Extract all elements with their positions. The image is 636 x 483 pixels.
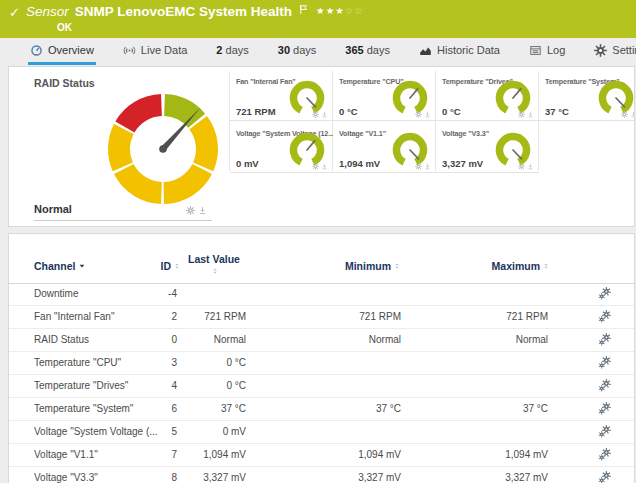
gauge-panel-2: Temperature "CPU"0 °C bbox=[333, 71, 436, 121]
cell-minimum: Normal bbox=[269, 334, 401, 345]
gauge-panel-5: Voltage "System Voltage (12...0 mV bbox=[230, 123, 333, 173]
gauge-collapse-icon[interactable] bbox=[198, 206, 207, 215]
gauge-actions bbox=[312, 111, 328, 118]
table-row: Temperature "System"637 °C37 °C37 °C bbox=[9, 398, 634, 421]
tab-label: Live Data bbox=[141, 44, 187, 56]
channel-settings-icon[interactable] bbox=[598, 425, 611, 438]
channel-settings-icon[interactable] bbox=[598, 356, 611, 369]
channel-settings-icon[interactable] bbox=[598, 310, 611, 323]
tab-30-days[interactable]: 30 days bbox=[276, 38, 319, 65]
gauge-value: 37 °C bbox=[545, 106, 569, 117]
gauge-settings-icon[interactable] bbox=[186, 206, 195, 215]
star-icon: ★ bbox=[326, 5, 336, 16]
gauge-panel-6: Voltage "V1.1"1,094 mV bbox=[333, 123, 436, 173]
tab-number: 365 bbox=[345, 44, 363, 56]
cell-last-value: 721 RPM bbox=[174, 311, 246, 322]
cell-last-value: 37 °C bbox=[174, 403, 246, 414]
sort-icon bbox=[211, 267, 219, 275]
cell-last-value: 0 °C bbox=[174, 380, 246, 391]
tab-label: Historic Data bbox=[437, 44, 500, 56]
gauge-collapse-icon[interactable] bbox=[527, 163, 534, 170]
priority-flag-icon[interactable] bbox=[298, 4, 309, 15]
table-row: Temperature "Drives"40 °C bbox=[9, 375, 634, 398]
table-row: Voltage "V1.1"71,094 mV1,094 mV1,094 mV bbox=[9, 444, 634, 467]
gauge-value: 721 RPM bbox=[236, 106, 276, 117]
tab-settings[interactable]: Settings bbox=[592, 38, 636, 65]
priority-stars[interactable]: ★★★☆☆ bbox=[316, 5, 364, 16]
gauge-panel-3: Temperature "Drives"0 °C bbox=[436, 71, 539, 121]
gauge-collapse-icon[interactable] bbox=[321, 163, 328, 170]
tab-historic-data[interactable]: Historic Data bbox=[417, 38, 502, 65]
gauge-collapse-icon[interactable] bbox=[527, 111, 534, 118]
gauge-value: 3,327 mV bbox=[442, 158, 483, 169]
tab-live-data[interactable]: Live Data bbox=[121, 38, 189, 65]
gauge-actions bbox=[415, 111, 431, 118]
gauge-settings-icon[interactable] bbox=[518, 111, 525, 118]
column-header-channel[interactable]: Channel bbox=[34, 260, 86, 272]
tab-number: 2 bbox=[216, 44, 222, 56]
table-row: Voltage "System Voltage (...50 mV bbox=[9, 421, 634, 444]
gauge-collapse-icon[interactable] bbox=[321, 111, 328, 118]
gauge-settings-icon[interactable] bbox=[518, 163, 525, 170]
cell-id: 6 bbox=[109, 403, 177, 414]
tab-label: days bbox=[226, 44, 249, 56]
table-row: Downtime-4 bbox=[9, 283, 634, 306]
column-header-id[interactable]: ID bbox=[109, 260, 181, 272]
gauge-collapse-icon[interactable] bbox=[424, 163, 431, 170]
cell-id: 5 bbox=[109, 426, 177, 437]
cell-maximum: 721 RPM bbox=[416, 311, 548, 322]
cell-id: -4 bbox=[109, 288, 177, 299]
channel-settings-icon[interactable] bbox=[598, 402, 611, 415]
cell-minimum: 1,094 mV bbox=[269, 449, 401, 460]
channel-settings-icon[interactable] bbox=[598, 471, 611, 483]
gauge-settings-icon[interactable] bbox=[312, 163, 319, 170]
tab-label: Overview bbox=[48, 44, 94, 56]
table-row: Voltage "V3.3"83,327 mV3,327 mV3,327 mV bbox=[9, 467, 634, 483]
gauge-settings-icon[interactable] bbox=[621, 111, 628, 118]
gauge-settings-icon[interactable] bbox=[312, 111, 319, 118]
gauge-settings-icon[interactable] bbox=[415, 111, 422, 118]
gauge-collapse-icon[interactable] bbox=[424, 111, 431, 118]
column-header-minimum[interactable]: Minimum bbox=[269, 260, 401, 272]
tab-log[interactable]: Log bbox=[527, 38, 567, 65]
table-rows: Downtime-4Fan "Internal Fan"2721 RPM721 … bbox=[9, 283, 634, 483]
gauge-panel-1: Fan "Internal Fan"721 RPM bbox=[230, 71, 333, 121]
tab-2-days[interactable]: 2 days bbox=[214, 38, 250, 65]
table-row: Temperature "CPU"30 °C bbox=[9, 352, 634, 375]
cell-last-value: 3,327 mV bbox=[174, 472, 246, 483]
tab-number: 30 bbox=[278, 44, 290, 56]
column-header-last-value[interactable]: Last Value bbox=[185, 253, 243, 277]
channel-settings-icon[interactable] bbox=[598, 287, 611, 300]
cell-id: 7 bbox=[109, 449, 177, 460]
cell-id: 4 bbox=[109, 380, 177, 391]
gauge-value: 0 °C bbox=[442, 106, 461, 117]
star-icon: ☆ bbox=[354, 5, 364, 16]
tab-label: days bbox=[293, 44, 316, 56]
tab-label: Log bbox=[547, 44, 565, 56]
table-row: Fan "Internal Fan"2721 RPM721 RPM721 RPM bbox=[9, 306, 634, 329]
sensor-header: ✓ SensorSNMP LenovoEMC System Health★★★☆… bbox=[0, 0, 636, 38]
channel-settings-icon[interactable] bbox=[598, 333, 611, 346]
channel-settings-icon[interactable] bbox=[598, 379, 611, 392]
tab-overview[interactable]: Overview bbox=[28, 38, 96, 65]
tab-365-days[interactable]: 365 days bbox=[343, 38, 392, 65]
sensor-titleline: SensorSNMP LenovoEMC System Health★★★☆☆ bbox=[26, 4, 364, 19]
main-gauge-title: RAID Status bbox=[34, 77, 95, 89]
gauge-actions bbox=[415, 163, 431, 170]
cell-id: 2 bbox=[109, 311, 177, 322]
main-gauge-value: Normal bbox=[34, 203, 72, 215]
cell-id: 0 bbox=[109, 334, 177, 345]
tab-bar: OverviewLive Data2 days30 days365 daysHi… bbox=[0, 38, 636, 65]
column-header-maximum[interactable]: Maximum bbox=[416, 260, 550, 272]
live-icon bbox=[123, 44, 136, 57]
overview-panel: RAID Status Normal Fan "Internal Fan"721… bbox=[8, 66, 635, 227]
raid-status-gauge bbox=[103, 89, 223, 209]
cell-last-value: 0 mV bbox=[174, 426, 246, 437]
status-check-icon: ✓ bbox=[9, 5, 20, 20]
gauge-collapse-icon[interactable] bbox=[630, 111, 635, 118]
gear-icon bbox=[594, 44, 607, 57]
gauge-settings-icon[interactable] bbox=[415, 163, 422, 170]
cell-id: 3 bbox=[109, 357, 177, 368]
channel-settings-icon[interactable] bbox=[598, 448, 611, 461]
cell-maximum: Normal bbox=[416, 334, 548, 345]
